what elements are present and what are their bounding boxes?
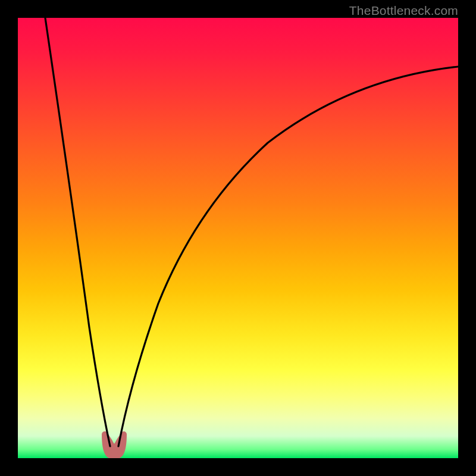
watermark-text: TheBottleneck.com <box>349 4 458 18</box>
outer-frame: TheBottleneck.com <box>0 0 476 476</box>
curve-right-branch <box>118 67 458 446</box>
curve-left-branch <box>45 18 110 446</box>
gradient-plot-area <box>18 18 458 458</box>
curve-layer <box>18 18 458 458</box>
